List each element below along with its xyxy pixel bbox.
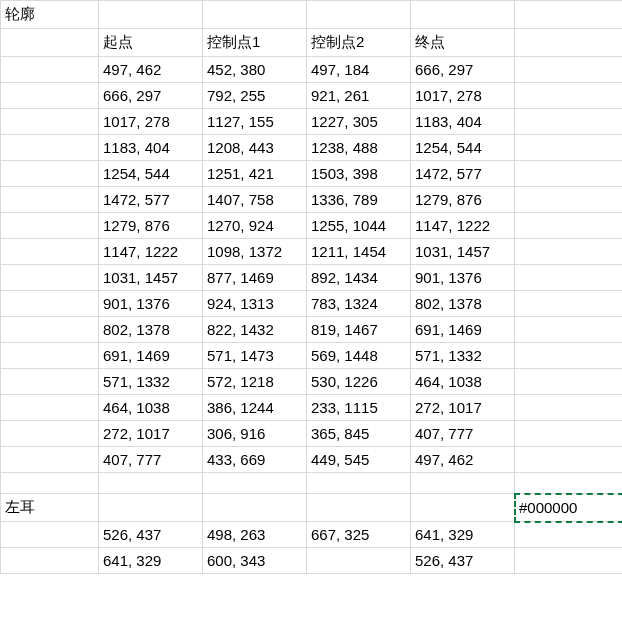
cell[interactable] <box>1 239 99 265</box>
cell[interactable]: 1211, 1454 <box>307 239 411 265</box>
cell[interactable]: 1031, 1457 <box>411 239 515 265</box>
cell[interactable] <box>515 135 623 161</box>
cell[interactable] <box>515 395 623 421</box>
cell[interactable] <box>307 1 411 29</box>
cell[interactable]: 1208, 443 <box>203 135 307 161</box>
cell[interactable] <box>203 494 307 522</box>
cell[interactable] <box>1 522 99 548</box>
cell[interactable] <box>515 317 623 343</box>
cell[interactable]: 892, 1434 <box>307 265 411 291</box>
cell[interactable]: 526, 437 <box>99 522 203 548</box>
cell[interactable]: 233, 1115 <box>307 395 411 421</box>
cell[interactable]: 901, 1376 <box>99 291 203 317</box>
cell[interactable]: 1503, 398 <box>307 161 411 187</box>
cell[interactable]: 497, 462 <box>99 57 203 83</box>
cell[interactable] <box>99 1 203 29</box>
cell[interactable]: 1255, 1044 <box>307 213 411 239</box>
cell[interactable] <box>515 291 623 317</box>
cell[interactable] <box>1 265 99 291</box>
cell[interactable]: 691, 1469 <box>99 343 203 369</box>
cell[interactable] <box>515 447 623 473</box>
cell[interactable] <box>99 473 203 494</box>
cell[interactable] <box>515 161 623 187</box>
cell[interactable]: 571, 1332 <box>411 343 515 369</box>
cell[interactable] <box>515 57 623 83</box>
cell[interactable]: 1127, 155 <box>203 109 307 135</box>
cell[interactable]: 1147, 1222 <box>411 213 515 239</box>
cell[interactable] <box>1 447 99 473</box>
cell[interactable]: 1017, 278 <box>411 83 515 109</box>
cell[interactable]: 819, 1467 <box>307 317 411 343</box>
cell[interactable]: 1017, 278 <box>99 109 203 135</box>
cell[interactable]: 365, 845 <box>307 421 411 447</box>
cell[interactable] <box>515 421 623 447</box>
cell[interactable]: 386, 1244 <box>203 395 307 421</box>
cell[interactable]: 306, 916 <box>203 421 307 447</box>
cell[interactable]: 783, 1324 <box>307 291 411 317</box>
cell[interactable]: 1251, 421 <box>203 161 307 187</box>
cell[interactable]: 641, 329 <box>99 548 203 574</box>
cell[interactable]: 666, 297 <box>99 83 203 109</box>
cell[interactable]: 600, 343 <box>203 548 307 574</box>
cell[interactable]: 530, 1226 <box>307 369 411 395</box>
cell[interactable]: 1407, 758 <box>203 187 307 213</box>
cell[interactable]: 272, 1017 <box>99 421 203 447</box>
cell[interactable] <box>411 473 515 494</box>
cell[interactable]: 1472, 577 <box>99 187 203 213</box>
cell[interactable]: 901, 1376 <box>411 265 515 291</box>
cell[interactable] <box>203 1 307 29</box>
cell[interactable]: 641, 329 <box>411 522 515 548</box>
cell[interactable] <box>1 291 99 317</box>
cell[interactable] <box>515 522 623 548</box>
cell[interactable] <box>1 161 99 187</box>
cell[interactable]: 1254, 544 <box>411 135 515 161</box>
cell[interactable] <box>99 494 203 522</box>
cell[interactable]: 802, 1378 <box>99 317 203 343</box>
cell[interactable]: 464, 1038 <box>99 395 203 421</box>
color-cell[interactable]: #000000 <box>515 494 623 522</box>
cell[interactable]: 924, 1313 <box>203 291 307 317</box>
cell[interactable] <box>411 494 515 522</box>
cell[interactable] <box>515 29 623 57</box>
cell[interactable]: 1183, 404 <box>99 135 203 161</box>
cell[interactable]: 407, 777 <box>99 447 203 473</box>
cell[interactable]: 272, 1017 <box>411 395 515 421</box>
cell[interactable]: 526, 437 <box>411 548 515 574</box>
cell[interactable] <box>1 29 99 57</box>
cell[interactable] <box>1 109 99 135</box>
cell[interactable]: 464, 1038 <box>411 369 515 395</box>
cell[interactable] <box>515 473 623 494</box>
cell[interactable]: 572, 1218 <box>203 369 307 395</box>
cell[interactable]: 1238, 488 <box>307 135 411 161</box>
cell[interactable]: 433, 669 <box>203 447 307 473</box>
cell[interactable]: 792, 255 <box>203 83 307 109</box>
cell[interactable]: 1183, 404 <box>411 109 515 135</box>
cell[interactable]: 571, 1332 <box>99 369 203 395</box>
cell[interactable] <box>1 343 99 369</box>
cell[interactable]: 498, 263 <box>203 522 307 548</box>
cell[interactable] <box>307 548 411 574</box>
cell[interactable] <box>1 213 99 239</box>
cell[interactable]: 497, 184 <box>307 57 411 83</box>
cell[interactable] <box>203 473 307 494</box>
cell[interactable]: 1147, 1222 <box>99 239 203 265</box>
cell[interactable]: 1472, 577 <box>411 161 515 187</box>
cell[interactable] <box>515 83 623 109</box>
cell[interactable]: 571, 1473 <box>203 343 307 369</box>
cell[interactable] <box>1 369 99 395</box>
cell[interactable]: 921, 261 <box>307 83 411 109</box>
cell[interactable]: 1279, 876 <box>411 187 515 213</box>
cell[interactable] <box>515 343 623 369</box>
header-cell[interactable]: 起点 <box>99 29 203 57</box>
cell[interactable]: 407, 777 <box>411 421 515 447</box>
cell[interactable]: 802, 1378 <box>411 291 515 317</box>
cell[interactable] <box>515 265 623 291</box>
cell[interactable]: 1279, 876 <box>99 213 203 239</box>
cell[interactable] <box>515 548 623 574</box>
cell[interactable] <box>1 395 99 421</box>
cell[interactable] <box>515 213 623 239</box>
header-cell[interactable]: 终点 <box>411 29 515 57</box>
cell[interactable]: 877, 1469 <box>203 265 307 291</box>
cell[interactable]: 1270, 924 <box>203 213 307 239</box>
cell[interactable] <box>1 135 99 161</box>
